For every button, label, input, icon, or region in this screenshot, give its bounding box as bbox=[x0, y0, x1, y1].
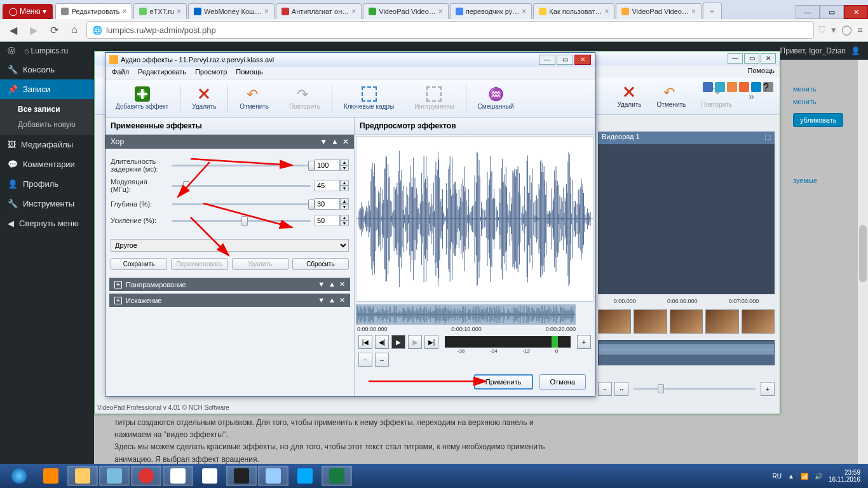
browser-tab[interactable]: переводчик ру…× bbox=[450, 3, 532, 19]
link-text[interactable]: менить bbox=[792, 95, 862, 108]
language-indicator[interactable]: RU bbox=[773, 473, 782, 480]
window-close-icon[interactable]: ✕ bbox=[574, 55, 591, 65]
close-icon[interactable]: ✕ bbox=[339, 296, 345, 304]
home-button[interactable]: ⌂ bbox=[66, 22, 83, 38]
close-icon[interactable]: × bbox=[604, 7, 609, 16]
triangle-down-icon[interactable]: ▼ bbox=[318, 296, 325, 304]
close-icon[interactable]: × bbox=[522, 7, 526, 16]
tool-delete[interactable]: Удалить bbox=[182, 84, 226, 112]
spin-up-icon[interactable]: ▲ bbox=[340, 159, 349, 165]
tool-mixed[interactable]: Смешанный bbox=[468, 84, 524, 112]
browser-tab[interactable]: VideoPad Video…× bbox=[363, 3, 449, 19]
window-close-icon[interactable]: ✕ bbox=[844, 5, 868, 19]
skip-start-button[interactable]: |◀ bbox=[358, 335, 372, 349]
forward-button[interactable]: ▶ bbox=[25, 22, 42, 38]
gain-input[interactable] bbox=[315, 215, 340, 226]
tool-delete[interactable]: Удалить bbox=[612, 83, 646, 109]
taskbar-item[interactable] bbox=[67, 466, 98, 486]
menu-help[interactable]: Помощь bbox=[236, 68, 263, 78]
sidebar-item-comments[interactable]: 💬 Комментарии bbox=[0, 154, 94, 174]
preset-save-button[interactable]: Сохранить bbox=[111, 258, 167, 270]
preset-select[interactable]: Другое bbox=[111, 239, 349, 252]
cancel-button[interactable]: Отмена bbox=[539, 374, 586, 390]
bookmark-icon[interactable]: ▾ bbox=[831, 24, 836, 36]
avatar-icon[interactable]: 👤 bbox=[851, 46, 860, 55]
site-home-link[interactable]: ⌂ Lumpics.ru bbox=[24, 46, 68, 55]
publish-button[interactable]: убликовать bbox=[793, 113, 843, 127]
tool-undo[interactable]: Отменить bbox=[652, 83, 691, 109]
sidebar-item-media[interactable]: 🖼 Медиафайлы bbox=[0, 135, 94, 154]
browser-tab[interactable]: Как пользоват…× bbox=[533, 3, 614, 19]
preset-reset-button[interactable]: Сбросить bbox=[292, 258, 349, 270]
browser-tab[interactable]: Редактировать× bbox=[55, 3, 132, 19]
new-tab-button[interactable]: ＋ bbox=[703, 3, 722, 19]
close-icon[interactable]: ✕ bbox=[342, 137, 349, 146]
zoom-out-button[interactable]: − bbox=[598, 382, 612, 396]
volume-icon[interactable]: 🔊 bbox=[815, 473, 822, 480]
skip-end-button[interactable]: ▶| bbox=[424, 335, 438, 349]
taskbar-item[interactable] bbox=[226, 466, 257, 486]
play-button[interactable]: ▶ bbox=[391, 335, 405, 349]
window-close-icon[interactable]: ✕ bbox=[761, 53, 776, 64]
close-icon[interactable]: × bbox=[691, 7, 696, 16]
fit-button[interactable]: ↔ bbox=[375, 353, 389, 367]
browser-tab[interactable]: Антиплагиат он…× bbox=[276, 3, 362, 19]
apply-button[interactable]: Применить bbox=[474, 374, 533, 390]
browser-tab[interactable]: VideoPad Video…× bbox=[616, 3, 702, 19]
social-icons[interactable]: ? bbox=[703, 82, 773, 92]
browser-tab[interactable]: WebMoney Кош…× bbox=[188, 3, 275, 19]
timeline-ruler[interactable]: 0:00.000 0:06:00.000 0:07:00.000 bbox=[598, 298, 775, 308]
tool-add-effect[interactable]: Добавить эффект bbox=[105, 84, 179, 112]
sidebar-sub-all-posts[interactable]: Все записи bbox=[0, 102, 94, 117]
close-icon[interactable]: ✕ bbox=[339, 280, 345, 288]
spin-up-icon[interactable]: ▲ bbox=[340, 215, 349, 220]
zoom-out-button[interactable]: − bbox=[358, 353, 372, 367]
address-bar[interactable]: 🌐 lumpics.ru/wp-admin/post.php bbox=[86, 21, 814, 39]
close-icon[interactable]: × bbox=[177, 7, 181, 16]
spin-down-icon[interactable]: ▼ bbox=[340, 165, 349, 171]
taskbar-item[interactable] bbox=[99, 466, 130, 486]
link-text[interactable]: зуемые bbox=[792, 174, 862, 187]
taskbar-item[interactable] bbox=[322, 466, 352, 486]
fit-button[interactable]: ↔ bbox=[614, 382, 628, 396]
triangle-down-icon[interactable]: ▼ bbox=[318, 280, 325, 288]
menu-icon[interactable]: ≡ bbox=[857, 24, 863, 36]
link-text[interactable]: менить bbox=[792, 83, 862, 95]
post-content-text[interactable]: титры создаются отдельным отрывком. Для … bbox=[114, 417, 665, 466]
effect-collapsed-panning[interactable]: + Панорамирование ▼▲✕ bbox=[109, 278, 350, 291]
spin-up-icon[interactable]: ▲ bbox=[340, 180, 349, 186]
menu-view[interactable]: Просмотр bbox=[195, 68, 227, 78]
triangle-up-icon[interactable]: ▲ bbox=[329, 296, 336, 304]
start-button[interactable] bbox=[4, 466, 34, 486]
window-maximize-icon[interactable]: ▭ bbox=[557, 55, 573, 65]
window-maximize-icon[interactable]: ▭ bbox=[820, 5, 844, 19]
sidebar-item-console[interactable]: 🔧 Консоль bbox=[0, 60, 94, 79]
sidebar-item-posts[interactable]: 📌 Записи bbox=[0, 79, 94, 99]
taskbar-item[interactable] bbox=[194, 466, 225, 486]
wordpress-icon[interactable]: ⓦ bbox=[8, 46, 15, 57]
reload-button[interactable]: ⟳ bbox=[46, 22, 62, 38]
close-icon[interactable]: × bbox=[438, 7, 443, 16]
greeting-text[interactable]: Привет, Igor_Dzian bbox=[780, 46, 846, 55]
modulation-slider[interactable] bbox=[172, 180, 311, 191]
more-icon[interactable]: » bbox=[749, 91, 754, 102]
expand-icon[interactable]: + bbox=[114, 297, 122, 304]
dialog-titlebar[interactable]: Аудио эффекты - 11.Pervyi.raz.v.pervyi.k… bbox=[105, 53, 595, 67]
menu-help[interactable]: Помощь bbox=[748, 67, 775, 77]
taskbar-item[interactable] bbox=[258, 466, 288, 486]
waveform-overview[interactable] bbox=[356, 304, 576, 325]
back-button[interactable]: ◀ bbox=[5, 22, 22, 38]
taskbar-item[interactable] bbox=[36, 466, 66, 486]
triangle-up-icon[interactable]: ▲ bbox=[331, 137, 339, 146]
close-icon[interactable]: × bbox=[351, 7, 356, 16]
video-track-header[interactable]: Видеоряд 1⬚ bbox=[598, 132, 775, 144]
sidebar-item-tools[interactable]: 🔧 Инструменты bbox=[0, 194, 94, 214]
window-minimize-icon[interactable]: — bbox=[796, 5, 820, 19]
opera-badge-icon[interactable]: ◯ bbox=[841, 24, 852, 36]
tool-keyframes[interactable]: Ключевые кадры bbox=[334, 84, 404, 112]
network-icon[interactable]: 📶 bbox=[801, 473, 808, 480]
tray-icon[interactable]: ▲ bbox=[788, 473, 794, 480]
delay-slider[interactable] bbox=[172, 160, 311, 170]
taskbar-item[interactable] bbox=[131, 466, 161, 486]
audio-track[interactable] bbox=[598, 340, 775, 365]
